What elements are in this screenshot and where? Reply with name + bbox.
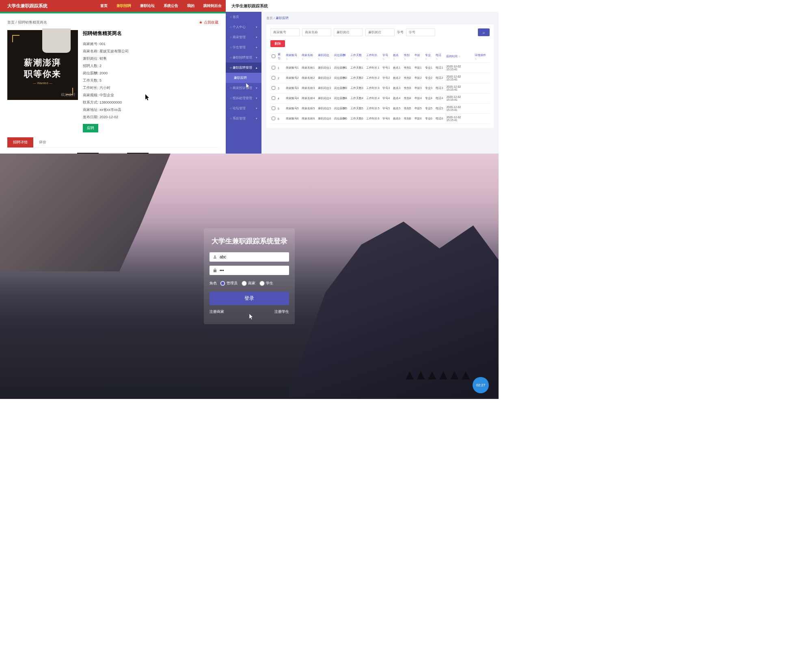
table-cell: 3 bbox=[276, 83, 285, 93]
role-radio[interactable]: 商家 bbox=[242, 281, 255, 286]
table-header[interactable]: 应聘时间 bbox=[445, 50, 473, 63]
register-merchant-link[interactable]: 注册商家 bbox=[209, 309, 224, 314]
table-cell: 学号6 bbox=[381, 114, 392, 124]
table-header bbox=[270, 50, 276, 63]
row-checkbox[interactable] bbox=[272, 117, 275, 120]
sidebar-item[interactable]: ○ 商家投诉管理▾ bbox=[226, 83, 261, 93]
sidebar-item[interactable]: ○ 论坛管理▾ bbox=[226, 103, 261, 113]
select-all-checkbox[interactable] bbox=[272, 54, 275, 58]
detail-field: 商家规模: 中型企业 bbox=[83, 91, 218, 99]
sidebar-item[interactable]: ○ 兼职应聘管理▴ bbox=[226, 63, 261, 73]
sidebar-item[interactable]: ○ 投诉处理管理▾ bbox=[226, 93, 261, 103]
table-cell: 商家账号2 bbox=[285, 73, 301, 83]
table-header[interactable]: 岗位薪酬 bbox=[333, 50, 349, 63]
table-cell: 商家名称6 bbox=[300, 114, 317, 124]
poster-wanted: — Wanted — bbox=[33, 81, 52, 85]
table-header[interactable]: 工作时长 bbox=[365, 50, 381, 63]
sidebar-item[interactable]: ○ 系统管理▾ bbox=[226, 113, 261, 124]
nav-item[interactable]: 系统公告 bbox=[164, 3, 178, 9]
table-cell: 2 bbox=[276, 73, 285, 83]
username-input[interactable] bbox=[220, 255, 286, 259]
sidebar-item[interactable]: ○ 学生管理▾ bbox=[226, 42, 261, 52]
login-button[interactable]: 登录 bbox=[209, 292, 289, 305]
apply-button[interactable]: 应聘 bbox=[83, 124, 98, 132]
table-cell: 兼职岗位3 bbox=[317, 83, 333, 93]
table-cell: 电话5 bbox=[434, 104, 445, 114]
table-header[interactable]: 性别 bbox=[403, 50, 413, 63]
sidebar-item[interactable]: ○ 个人中心▾ bbox=[226, 22, 261, 32]
filter-input[interactable] bbox=[302, 28, 331, 36]
table-header[interactable]: 商家账号 bbox=[285, 50, 301, 63]
sidebar-item[interactable]: 兼职应聘 bbox=[226, 73, 261, 83]
table-cell: 学号3 bbox=[381, 83, 392, 93]
table-header[interactable]: 工作天数 bbox=[349, 50, 365, 63]
chevron-icon: ▾ bbox=[256, 117, 257, 120]
favorite-button[interactable]: 点我收藏 bbox=[199, 20, 218, 25]
table-cell: 兼职岗位6 bbox=[317, 114, 333, 124]
table-header[interactable]: 学号 bbox=[381, 50, 392, 63]
table-header[interactable]: 详情操作 bbox=[473, 50, 490, 63]
nav-item[interactable]: 兼职招聘 bbox=[117, 3, 131, 9]
table-cell: 商家账号6 bbox=[285, 114, 301, 124]
detail-tab[interactable]: 评价 bbox=[33, 137, 52, 147]
tree-silhouettes: ▲▲▲▲▲▲ bbox=[403, 367, 470, 383]
table-cell: 姓名6 bbox=[392, 114, 402, 124]
table-cell: 姓名4 bbox=[392, 93, 402, 104]
nav-item[interactable]: 跳转到后台 bbox=[203, 3, 222, 9]
table-cell: 专业6 bbox=[424, 114, 434, 124]
table-cell bbox=[270, 63, 276, 73]
table-cell: 工作时长4 bbox=[365, 93, 381, 104]
table-header[interactable]: 电话 bbox=[434, 50, 445, 63]
table-cell: 性别5 bbox=[403, 104, 413, 114]
sidebar-item[interactable]: ○ 兼职招聘管理▾ bbox=[226, 52, 261, 63]
admin-table-panel: 大学生兼职跟踪系统 ○ 首页○ 个人中心▾○ 商家管理▾○ 学生管理▾○ 兼职招… bbox=[226, 0, 499, 154]
table-header[interactable]: 商家名称 bbox=[300, 50, 317, 63]
row-checkbox[interactable] bbox=[272, 86, 275, 90]
table-cell: 岗位薪酬4 bbox=[333, 93, 349, 104]
sidebar-item[interactable]: ○ 商家管理▾ bbox=[226, 32, 261, 42]
table-header[interactable]: 年龄 bbox=[413, 50, 424, 63]
table-cell: 商家名称2 bbox=[300, 73, 317, 83]
filter-input[interactable] bbox=[334, 28, 363, 36]
filter-input[interactable] bbox=[365, 28, 395, 36]
detail-tab[interactable]: 招聘详情 bbox=[7, 137, 33, 147]
table-cell: 兼职岗位2 bbox=[317, 73, 333, 83]
top-nav: 首页兼职招聘兼职论坛系统公告我的跳转到后台 bbox=[100, 3, 222, 9]
row-checkbox[interactable] bbox=[272, 66, 275, 69]
table-cell bbox=[270, 83, 276, 93]
table-cell: 2020-12-02 15:15:41 bbox=[445, 104, 473, 114]
crumb-home[interactable]: 首页 bbox=[266, 16, 273, 20]
table-cell: 工作时长5 bbox=[365, 104, 381, 114]
sidebar-item[interactable]: ○ 首页 bbox=[226, 12, 261, 22]
filter-input[interactable] bbox=[406, 28, 435, 36]
chevron-icon: ▾ bbox=[256, 56, 257, 59]
filter-input[interactable] bbox=[270, 28, 300, 36]
register-student-link[interactable]: 注册学生 bbox=[274, 309, 289, 314]
nav-item[interactable]: 兼职论坛 bbox=[140, 3, 155, 9]
password-input[interactable] bbox=[220, 268, 286, 273]
row-checkbox[interactable] bbox=[272, 76, 275, 80]
table-header[interactable]: 姓名 bbox=[392, 50, 402, 63]
poster-line1: 薪潮澎湃 bbox=[24, 57, 61, 68]
bulk-delete-button[interactable]: 删除 bbox=[270, 40, 285, 47]
role-radio[interactable]: 管理员 bbox=[220, 281, 238, 286]
table-cell: 2020-12-02 15:15:41 bbox=[445, 83, 473, 93]
login-title: 大学生兼职跟踪系统登录 bbox=[209, 236, 289, 246]
table-cell: 年龄6 bbox=[413, 114, 424, 124]
table-header[interactable]: 兼职岗位 bbox=[317, 50, 333, 63]
search-button[interactable]: ⌕ bbox=[478, 28, 490, 36]
table-header[interactable]: 专业 bbox=[424, 50, 434, 63]
table-cell: 岗位薪酬5 bbox=[333, 104, 349, 114]
role-radio[interactable]: 学生 bbox=[259, 281, 273, 286]
row-checkbox[interactable] bbox=[272, 96, 275, 100]
table-cell: 电话6 bbox=[434, 114, 445, 124]
nav-item[interactable]: 我的 bbox=[187, 3, 194, 9]
nav-item[interactable]: 首页 bbox=[100, 3, 108, 9]
detail-field: 商家地址: xx省xx市xx县 bbox=[83, 106, 218, 113]
table-cell: 岗位薪酬1 bbox=[333, 63, 349, 73]
table-cell bbox=[473, 63, 490, 73]
table-cell: 年龄2 bbox=[413, 73, 424, 83]
row-checkbox[interactable] bbox=[272, 106, 275, 110]
breadcrumb-text: 首页 / 招聘销售精英两名 bbox=[7, 20, 47, 25]
table-cell: 电话1 bbox=[434, 63, 445, 73]
